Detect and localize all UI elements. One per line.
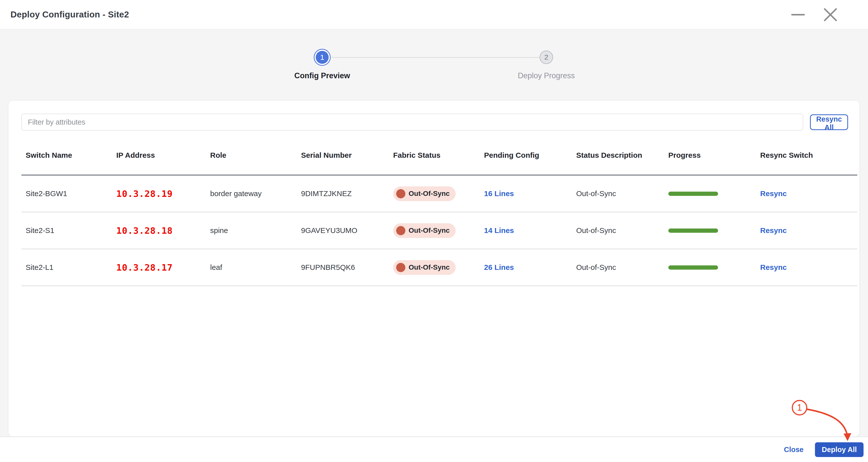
col-resync-switch: Resync Switch: [756, 151, 857, 160]
config-preview-card: Resync All Switch Name IP Address Role S…: [8, 100, 860, 437]
out-of-sync-badge: Out-Of-Sync: [393, 260, 456, 275]
table-row: Site2-S1 10.3.28.18 spine 9GAVEYU3UMO Ou…: [22, 212, 857, 249]
deploy-all-button[interactable]: Deploy All: [815, 442, 864, 457]
filter-input[interactable]: [22, 114, 803, 131]
dialog-title: Deploy Configuration - Site2: [10, 9, 129, 20]
serial-number-cell: 9GAVEYU3UMO: [297, 226, 389, 235]
ip-address-cell: 10.3.28.19: [112, 189, 206, 199]
progress-cell: [664, 265, 756, 270]
fabric-status-cell: Out-Of-Sync: [389, 223, 480, 238]
dialog-footer: Close Deploy All: [0, 437, 868, 462]
table-header-row: Switch Name IP Address Role Serial Numbe…: [22, 136, 857, 175]
col-switch-name: Switch Name: [22, 151, 112, 160]
col-fabric-status: Fabric Status: [389, 151, 480, 160]
stepper-connector: [331, 57, 539, 58]
minimize-button[interactable]: [791, 14, 805, 16]
col-status-description: Status Description: [572, 151, 664, 160]
step-label-config-preview: Config Preview: [272, 71, 372, 80]
switch-name-cell: Site2-S1: [22, 226, 112, 235]
minimize-icon: [791, 14, 805, 16]
status-description-cell: Out-of-Sync: [572, 263, 664, 271]
badge-label: Out-Of-Sync: [409, 227, 450, 234]
step-deploy-progress[interactable]: 2: [539, 51, 553, 64]
switch-name-cell: Site2-BGW1: [22, 190, 112, 198]
progress-cell: [664, 229, 756, 233]
role-cell: leaf: [206, 263, 297, 271]
ip-address-cell: 10.3.28.18: [112, 226, 206, 236]
pending-config-link[interactable]: 26 Lines: [484, 263, 514, 271]
close-link[interactable]: Close: [784, 445, 804, 454]
table-row: Site2-L1 10.3.28.17 leaf 9FUPNBR5QK6 Out…: [22, 249, 857, 286]
switch-name-cell: Site2-L1: [22, 263, 112, 271]
progress-bar: [668, 229, 718, 233]
col-progress: Progress: [664, 151, 756, 160]
step-number-2: 2: [544, 53, 548, 61]
col-serial-number: Serial Number: [297, 151, 389, 160]
step-number-1: 1: [316, 51, 329, 64]
resync-cell: Resync: [756, 190, 857, 198]
col-ip-address: IP Address: [112, 151, 206, 160]
close-icon: [823, 7, 838, 23]
progress-bar: [668, 192, 718, 196]
fabric-status-cell: Out-Of-Sync: [389, 260, 480, 275]
step-label-deploy-progress: Deploy Progress: [496, 71, 596, 80]
fabric-status-cell: Out-Of-Sync: [389, 186, 480, 201]
status-description-cell: Out-of-Sync: [572, 226, 664, 235]
dialog-titlebar: Deploy Configuration - Site2: [0, 0, 868, 29]
resync-cell: Resync: [756, 226, 857, 235]
ip-address-cell: 10.3.28.17: [112, 262, 206, 272]
switch-table: Switch Name IP Address Role Serial Numbe…: [22, 136, 857, 286]
out-of-sync-dot-icon: [396, 263, 405, 272]
pending-config-cell: 14 Lines: [480, 226, 572, 235]
out-of-sync-badge: Out-Of-Sync: [393, 186, 456, 201]
pending-config-cell: 26 Lines: [480, 263, 572, 271]
serial-number-cell: 9FUPNBR5QK6: [297, 263, 389, 271]
step-config-preview[interactable]: 1: [314, 49, 331, 66]
role-cell: spine: [206, 226, 297, 235]
resync-cell: Resync: [756, 263, 857, 271]
col-pending-config: Pending Config: [480, 151, 572, 160]
status-description-cell: Out-of-Sync: [572, 190, 664, 198]
pending-config-cell: 16 Lines: [480, 190, 572, 198]
serial-number-cell: 9DIMTZJKNEZ: [297, 190, 389, 198]
out-of-sync-dot-icon: [396, 226, 405, 235]
close-button[interactable]: [823, 7, 838, 23]
out-of-sync-dot-icon: [396, 189, 405, 198]
badge-label: Out-Of-Sync: [409, 263, 450, 271]
pending-config-link[interactable]: 14 Lines: [484, 226, 514, 234]
pending-config-link[interactable]: 16 Lines: [484, 190, 514, 198]
table-row: Site2-BGW1 10.3.28.19 border gateway 9DI…: [22, 175, 857, 212]
resync-link[interactable]: Resync: [760, 263, 787, 271]
resync-all-button[interactable]: Resync All: [810, 114, 848, 130]
resync-link[interactable]: Resync: [760, 226, 787, 234]
out-of-sync-badge: Out-Of-Sync: [393, 223, 456, 238]
badge-label: Out-Of-Sync: [409, 190, 450, 198]
progress-bar: [668, 265, 718, 270]
role-cell: border gateway: [206, 190, 297, 198]
col-role: Role: [206, 151, 297, 160]
resync-link[interactable]: Resync: [760, 190, 787, 198]
progress-cell: [664, 192, 756, 196]
